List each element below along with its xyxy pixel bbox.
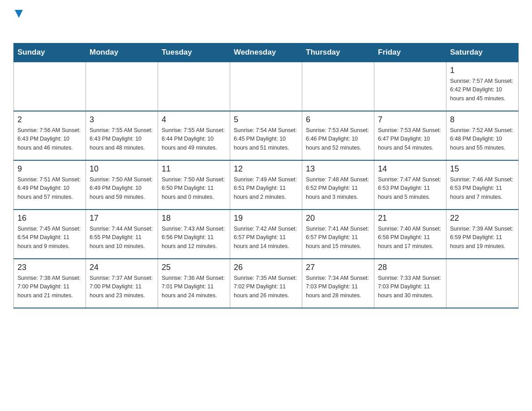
day-number: 17 <box>90 214 154 223</box>
week-row-5: 23Sunrise: 7:38 AM Sunset: 7:00 PM Dayli… <box>14 259 519 308</box>
day-info: Sunrise: 7:53 AM Sunset: 6:47 PM Dayligh… <box>378 126 442 152</box>
day-number: 28 <box>378 263 442 272</box>
day-info: Sunrise: 7:36 AM Sunset: 7:01 PM Dayligh… <box>162 274 226 300</box>
day-info: Sunrise: 7:55 AM Sunset: 6:43 PM Dayligh… <box>90 126 154 152</box>
day-info: Sunrise: 7:47 AM Sunset: 6:53 PM Dayligh… <box>378 176 442 201</box>
table-row: 1Sunrise: 7:57 AM Sunset: 6:42 PM Daylig… <box>446 62 519 111</box>
day-number: 1 <box>450 66 515 75</box>
day-info: Sunrise: 7:41 AM Sunset: 6:57 PM Dayligh… <box>306 225 370 251</box>
week-row-4: 16Sunrise: 7:45 AM Sunset: 6:54 PM Dayli… <box>14 210 519 259</box>
day-info: Sunrise: 7:54 AM Sunset: 6:45 PM Dayligh… <box>234 126 298 152</box>
table-row: 3Sunrise: 7:55 AM Sunset: 6:43 PM Daylig… <box>86 111 158 160</box>
day-number: 27 <box>306 263 370 272</box>
table-row: 8Sunrise: 7:52 AM Sunset: 6:48 PM Daylig… <box>446 111 519 160</box>
day-number: 4 <box>162 115 226 124</box>
week-row-3: 9Sunrise: 7:51 AM Sunset: 6:49 PM Daylig… <box>14 160 519 210</box>
table-row: 10Sunrise: 7:50 AM Sunset: 6:49 PM Dayli… <box>86 160 158 210</box>
table-row: 2Sunrise: 7:56 AM Sunset: 6:43 PM Daylig… <box>14 111 86 160</box>
day-number: 23 <box>17 263 82 272</box>
day-number: 8 <box>450 115 515 124</box>
day-number: 7 <box>378 115 442 124</box>
svg-marker-0 <box>15 10 23 18</box>
table-row: 15Sunrise: 7:46 AM Sunset: 6:53 PM Dayli… <box>446 160 519 210</box>
day-number: 24 <box>90 263 154 272</box>
day-info: Sunrise: 7:39 AM Sunset: 6:59 PM Dayligh… <box>450 225 515 251</box>
day-info: Sunrise: 7:56 AM Sunset: 6:43 PM Dayligh… <box>17 126 82 152</box>
day-info: Sunrise: 7:45 AM Sunset: 6:54 PM Dayligh… <box>17 225 82 251</box>
day-info: Sunrise: 7:49 AM Sunset: 6:51 PM Dayligh… <box>234 176 298 201</box>
table-row <box>14 62 86 111</box>
header-sunday: Sunday <box>14 43 86 62</box>
table-row: 23Sunrise: 7:38 AM Sunset: 7:00 PM Dayli… <box>14 259 86 308</box>
weekday-header-row: Sunday Monday Tuesday Wednesday Thursday… <box>14 43 519 62</box>
day-number: 13 <box>306 164 370 174</box>
table-row: 20Sunrise: 7:41 AM Sunset: 6:57 PM Dayli… <box>302 210 374 259</box>
day-number: 14 <box>378 164 442 174</box>
day-number: 25 <box>162 263 226 272</box>
day-number: 11 <box>162 164 226 174</box>
day-number: 6 <box>306 115 370 124</box>
day-number: 22 <box>450 214 515 223</box>
day-number: 3 <box>90 115 154 124</box>
table-row: 19Sunrise: 7:42 AM Sunset: 6:57 PM Dayli… <box>230 210 302 259</box>
table-row: 12Sunrise: 7:49 AM Sunset: 6:51 PM Dayli… <box>230 160 302 210</box>
table-row <box>302 62 374 111</box>
day-number: 5 <box>234 115 298 124</box>
table-row: 6Sunrise: 7:53 AM Sunset: 6:46 PM Daylig… <box>302 111 374 160</box>
day-number: 2 <box>17 115 82 124</box>
day-info: Sunrise: 7:43 AM Sunset: 6:56 PM Dayligh… <box>162 225 226 251</box>
day-info: Sunrise: 7:51 AM Sunset: 6:49 PM Dayligh… <box>17 176 82 201</box>
day-info: Sunrise: 7:35 AM Sunset: 7:02 PM Dayligh… <box>234 274 298 300</box>
day-info: Sunrise: 7:55 AM Sunset: 6:44 PM Dayligh… <box>162 126 226 152</box>
day-info: Sunrise: 7:42 AM Sunset: 6:57 PM Dayligh… <box>234 225 298 251</box>
table-row: 13Sunrise: 7:48 AM Sunset: 6:52 PM Dayli… <box>302 160 374 210</box>
table-row <box>374 62 446 111</box>
table-row: 21Sunrise: 7:40 AM Sunset: 6:58 PM Dayli… <box>374 210 446 259</box>
day-info: Sunrise: 7:37 AM Sunset: 7:00 PM Dayligh… <box>90 274 154 300</box>
day-number: 26 <box>234 263 298 272</box>
header-friday: Friday <box>374 43 446 62</box>
table-row: 5Sunrise: 7:54 AM Sunset: 6:45 PM Daylig… <box>230 111 302 160</box>
day-number: 10 <box>90 164 154 174</box>
table-row <box>86 62 158 111</box>
table-row: 11Sunrise: 7:50 AM Sunset: 6:50 PM Dayli… <box>158 160 230 210</box>
calendar-table: Sunday Monday Tuesday Wednesday Thursday… <box>13 43 519 308</box>
day-number: 19 <box>234 214 298 223</box>
day-number: 15 <box>450 164 515 174</box>
header-wednesday: Wednesday <box>230 43 302 62</box>
table-row <box>230 62 302 111</box>
day-number: 20 <box>306 214 370 223</box>
table-row: 26Sunrise: 7:35 AM Sunset: 7:02 PM Dayli… <box>230 259 302 308</box>
week-row-2: 2Sunrise: 7:56 AM Sunset: 6:43 PM Daylig… <box>14 111 519 160</box>
logo <box>13 9 23 34</box>
day-info: Sunrise: 7:50 AM Sunset: 6:49 PM Dayligh… <box>90 176 154 201</box>
day-info: Sunrise: 7:44 AM Sunset: 6:55 PM Dayligh… <box>90 225 154 251</box>
table-row: 24Sunrise: 7:37 AM Sunset: 7:00 PM Dayli… <box>86 259 158 308</box>
table-row: 25Sunrise: 7:36 AM Sunset: 7:01 PM Dayli… <box>158 259 230 308</box>
day-info: Sunrise: 7:53 AM Sunset: 6:46 PM Dayligh… <box>306 126 370 152</box>
table-row: 16Sunrise: 7:45 AM Sunset: 6:54 PM Dayli… <box>14 210 86 259</box>
table-row: 4Sunrise: 7:55 AM Sunset: 6:44 PM Daylig… <box>158 111 230 160</box>
logo-arrow-icon <box>15 10 23 20</box>
table-row: 9Sunrise: 7:51 AM Sunset: 6:49 PM Daylig… <box>14 160 86 210</box>
day-info: Sunrise: 7:48 AM Sunset: 6:52 PM Dayligh… <box>306 176 370 201</box>
day-info: Sunrise: 7:34 AM Sunset: 7:03 PM Dayligh… <box>306 274 370 300</box>
table-row: 22Sunrise: 7:39 AM Sunset: 6:59 PM Dayli… <box>446 210 519 259</box>
day-number: 16 <box>17 214 82 223</box>
page-header <box>13 9 519 34</box>
table-row: 28Sunrise: 7:33 AM Sunset: 7:03 PM Dayli… <box>374 259 446 308</box>
day-number: 18 <box>162 214 226 223</box>
header-saturday: Saturday <box>446 43 519 62</box>
day-info: Sunrise: 7:40 AM Sunset: 6:58 PM Dayligh… <box>378 225 442 251</box>
table-row <box>158 62 230 111</box>
week-row-1: 1Sunrise: 7:57 AM Sunset: 6:42 PM Daylig… <box>14 62 519 111</box>
day-number: 12 <box>234 164 298 174</box>
day-info: Sunrise: 7:46 AM Sunset: 6:53 PM Dayligh… <box>450 176 515 201</box>
table-row <box>446 259 519 308</box>
day-info: Sunrise: 7:33 AM Sunset: 7:03 PM Dayligh… <box>378 274 442 300</box>
day-number: 21 <box>378 214 442 223</box>
table-row: 7Sunrise: 7:53 AM Sunset: 6:47 PM Daylig… <box>374 111 446 160</box>
table-row: 17Sunrise: 7:44 AM Sunset: 6:55 PM Dayli… <box>86 210 158 259</box>
table-row: 14Sunrise: 7:47 AM Sunset: 6:53 PM Dayli… <box>374 160 446 210</box>
table-row: 18Sunrise: 7:43 AM Sunset: 6:56 PM Dayli… <box>158 210 230 259</box>
